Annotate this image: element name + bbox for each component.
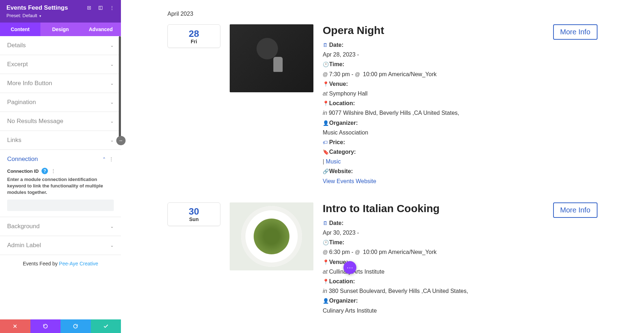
chevron-down-icon: ⌄ [110, 43, 114, 48]
venue-value: at Symphony Hall [323, 89, 538, 98]
clock-icon: 🕐 [323, 239, 328, 247]
save-button[interactable] [91, 319, 121, 333]
chevron-down-icon: ⌄ [110, 224, 114, 229]
date-day: Sun [189, 216, 199, 222]
svg-point-1 [89, 8, 89, 8]
connection-id-input[interactable] [7, 200, 114, 211]
clock-icon: 🕐 [323, 60, 328, 69]
organizer-value: Culinary Arts Institute [323, 306, 538, 315]
website-link[interactable]: View Events Website [323, 178, 376, 184]
section-more-info-button[interactable]: More Info Button⌄ [0, 74, 121, 93]
calendar-icon: 🗓 [323, 41, 328, 50]
organizer-value: Music Association [323, 128, 538, 137]
panel-title: Events Feed Settings [6, 4, 68, 11]
svg-rect-2 [99, 6, 102, 9]
event-image[interactable] [230, 202, 313, 270]
section-admin-label[interactable]: Admin Label⌄ [0, 236, 121, 255]
chevron-up-icon[interactable]: ⌃ [102, 157, 106, 162]
time-value: @6:30 pm - @ 10:00 pm America/New_York [323, 247, 538, 257]
user-icon: 👤 [323, 119, 328, 128]
event-row: 30 Sun Intro to Italian Cooking 🗓Date: A… [167, 202, 597, 315]
pin-icon: 📍 [323, 99, 328, 108]
chevron-down-icon: ⌄ [110, 119, 114, 124]
date-day: Fri [191, 39, 197, 44]
section-details[interactable]: Details⌄ [0, 36, 121, 55]
undo-button[interactable] [30, 319, 61, 333]
pin-icon: 📍 [323, 258, 328, 267]
chevron-down-icon: ⌄ [110, 138, 114, 143]
floating-action-button[interactable]: ⋯ [343, 261, 356, 274]
location-value: in 9077 Wilshire Blvd, Beverly Hills ,CA… [323, 108, 538, 118]
date-number: 28 [189, 28, 199, 39]
chevron-down-icon: ⌄ [110, 62, 114, 67]
help-icon[interactable]: ? [42, 168, 48, 174]
connection-id-desc: Enter a module connection identification… [7, 176, 114, 196]
section-background[interactable]: Background⌄ [0, 217, 121, 236]
bookmark-icon: 🔖 [323, 148, 328, 157]
link-icon: 🔗 [323, 167, 328, 176]
chevron-down-icon: ⌄ [110, 81, 114, 86]
more-info-button[interactable]: More Info [553, 24, 597, 40]
section-pagination[interactable]: Pagination⌄ [0, 93, 121, 112]
section-connection: Connection ⌃ ⋮ Connection ID ? ⋮ Enter a… [0, 150, 121, 217]
section-connection-title[interactable]: Connection [7, 156, 38, 163]
more-info-button[interactable]: More Info [553, 202, 597, 218]
connection-id-label: Connection ID [7, 168, 39, 174]
section-links[interactable]: Links⌄ [0, 131, 121, 150]
redo-button[interactable] [60, 319, 91, 333]
event-image[interactable] [230, 24, 313, 92]
section-no-results[interactable]: No Results Message⌄ [0, 112, 121, 131]
scrollbar-thumb[interactable] [119, 36, 121, 143]
more-icon[interactable]: ⋮ [109, 5, 114, 11]
date-value: Apr 30, 2023 - [323, 228, 538, 237]
user-icon: 👤 [323, 297, 328, 305]
event-row: 28 Fri Opera Night 🗓Date: Apr 28, 2023 -… [167, 24, 597, 186]
date-box: 28 Fri [167, 24, 220, 48]
chevron-down-icon: ⌄ [110, 243, 114, 248]
category-value: | Music [323, 157, 538, 166]
time-value: @7:30 pm - @ 10:00 pm America/New_York [323, 69, 538, 79]
tab-design[interactable]: Design [40, 23, 81, 36]
category-link[interactable]: Music [326, 158, 341, 165]
date-number: 30 [189, 206, 199, 217]
resize-handle[interactable]: ↔ [116, 136, 126, 145]
footer-credit-link[interactable]: Pee-Aye Creative [59, 261, 98, 266]
pin-icon: 📍 [323, 278, 328, 286]
date-value: Apr 28, 2023 - [323, 50, 538, 59]
cancel-button[interactable] [0, 319, 30, 333]
panel-layout-icon[interactable] [98, 5, 103, 10]
tab-content[interactable]: Content [0, 23, 40, 36]
tag-icon: 🏷 [323, 138, 328, 147]
event-title[interactable]: Opera Night [323, 24, 538, 36]
chevron-down-icon: ⌄ [110, 100, 114, 105]
event-title[interactable]: Intro to Italian Cooking [323, 202, 538, 215]
expand-icon[interactable] [87, 5, 92, 10]
location-value: in 380 Sunset Boulevard, Beverly Hills ,… [323, 286, 538, 296]
month-heading: April 2023 [167, 11, 597, 17]
date-box: 30 Sun [167, 202, 220, 226]
footer-credit: Events Feed by Pee-Aye Creative [0, 255, 121, 272]
section-excerpt[interactable]: Excerpt⌄ [0, 55, 121, 74]
pin-icon: 📍 [323, 80, 328, 89]
tab-advanced[interactable]: Advanced [80, 23, 121, 36]
preset-dropdown[interactable]: Preset: Default ▾ [6, 13, 114, 18]
calendar-icon: 🗓 [323, 219, 328, 228]
